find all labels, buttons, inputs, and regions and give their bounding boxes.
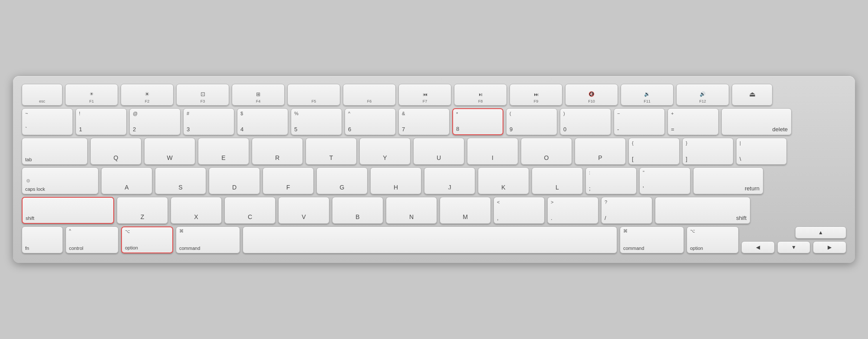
key-tab[interactable]: tab bbox=[22, 138, 88, 165]
bottom-row: fn ^ control ⌥ option ⌘ command ⌘ comman… bbox=[22, 226, 846, 253]
key-y[interactable]: Y bbox=[359, 138, 411, 165]
key-s[interactable]: S bbox=[155, 167, 206, 194]
key-backslash[interactable]: | \ bbox=[736, 138, 787, 165]
key-shift-right[interactable]: shift bbox=[655, 197, 750, 224]
key-equals[interactable]: + = bbox=[667, 108, 719, 135]
key-m[interactable]: M bbox=[440, 197, 491, 224]
zxcv-row: shift Z X C V B N M < , > . bbox=[22, 197, 846, 224]
key-u[interactable]: U bbox=[413, 138, 464, 165]
asdf-row: caps lock A S D F G H J K L : bbox=[22, 167, 846, 194]
key-comma[interactable]: < , bbox=[493, 197, 545, 224]
key-x[interactable]: X bbox=[171, 197, 222, 224]
key-f7[interactable]: ⏮ F7 bbox=[398, 84, 451, 106]
key-control-left[interactable]: ^ control bbox=[66, 226, 118, 253]
key-n[interactable]: N bbox=[386, 197, 437, 224]
key-f6[interactable]: F6 bbox=[343, 84, 396, 106]
key-f1[interactable]: ☀ F1 bbox=[65, 84, 118, 106]
qwerty-row: tab Q W E R T Y U I O P bbox=[22, 138, 846, 165]
key-q[interactable]: Q bbox=[90, 138, 141, 165]
key-z[interactable]: Z bbox=[117, 197, 168, 224]
key-esc[interactable]: esc bbox=[22, 84, 62, 106]
key-f5[interactable]: F5 bbox=[287, 84, 340, 106]
key-fn[interactable]: fn bbox=[22, 226, 63, 253]
key-f8[interactable]: ⏯ F8 bbox=[454, 84, 507, 106]
key-f11[interactable]: 🔉 F11 bbox=[621, 84, 674, 106]
key-b[interactable]: B bbox=[332, 197, 383, 224]
key-period[interactable]: > . bbox=[547, 197, 598, 224]
key-v[interactable]: V bbox=[278, 197, 329, 224]
key-0[interactable]: ) 0 bbox=[560, 108, 611, 135]
key-9[interactable]: ( 9 bbox=[506, 108, 557, 135]
key-f2[interactable]: ☀ F2 bbox=[121, 84, 174, 106]
key-i[interactable]: I bbox=[467, 138, 518, 165]
key-slash[interactable]: ? / bbox=[601, 197, 652, 224]
key-2[interactable]: @ 2 bbox=[129, 108, 181, 135]
key-c[interactable]: C bbox=[224, 197, 276, 224]
key-caps-lock[interactable]: caps lock bbox=[22, 167, 99, 194]
key-delete[interactable]: delete bbox=[721, 108, 792, 135]
key-6[interactable]: ^ 6 bbox=[345, 108, 396, 135]
key-f10[interactable]: 🔇 F10 bbox=[565, 84, 618, 106]
key-f3[interactable]: ⊡ F3 bbox=[176, 84, 229, 106]
key-option-left[interactable]: ⌥ option bbox=[121, 226, 173, 253]
keyboard: esc ☀ F1 ☀ F2 ⊡ F3 ⊞ F4 F5 F6 ⏮ F7 ⏯ bbox=[13, 76, 855, 263]
key-o[interactable]: O bbox=[521, 138, 572, 165]
key-h[interactable]: H bbox=[370, 167, 421, 194]
key-j[interactable]: J bbox=[424, 167, 475, 194]
key-r[interactable]: R bbox=[252, 138, 303, 165]
key-command-left[interactable]: ⌘ command bbox=[176, 226, 240, 253]
key-f[interactable]: F bbox=[263, 167, 314, 194]
key-arrow-left[interactable]: ◀ bbox=[741, 241, 775, 253]
key-p[interactable]: P bbox=[575, 138, 626, 165]
key-f9[interactable]: ⏭ F9 bbox=[510, 84, 562, 106]
key-l[interactable]: L bbox=[532, 167, 583, 194]
key-d[interactable]: D bbox=[209, 167, 260, 194]
key-k[interactable]: K bbox=[478, 167, 529, 194]
key-3[interactable]: # 3 bbox=[183, 108, 234, 135]
key-1[interactable]: ! 1 bbox=[76, 108, 127, 135]
key-4[interactable]: $ 4 bbox=[237, 108, 288, 135]
key-a[interactable]: A bbox=[101, 167, 152, 194]
key-7[interactable]: & 7 bbox=[398, 108, 450, 135]
key-shift-left[interactable]: shift bbox=[22, 197, 114, 224]
fn-row: esc ☀ F1 ☀ F2 ⊡ F3 ⊞ F4 F5 F6 ⏮ F7 ⏯ bbox=[22, 84, 846, 106]
key-minus[interactable]: − - bbox=[614, 108, 665, 135]
key-g[interactable]: G bbox=[316, 167, 368, 194]
key-tilde[interactable]: ~ ` bbox=[22, 108, 73, 135]
key-5[interactable]: % 5 bbox=[291, 108, 342, 135]
key-return[interactable]: return bbox=[693, 167, 763, 194]
key-8[interactable]: * 8 bbox=[452, 108, 503, 135]
key-arrow-down[interactable]: ▼ bbox=[777, 241, 811, 253]
key-option-right[interactable]: ⌥ option bbox=[687, 226, 739, 253]
key-f4[interactable]: ⊞ F4 bbox=[232, 84, 285, 106]
key-right-bracket[interactable]: } ] bbox=[682, 138, 733, 165]
key-arrow-up[interactable]: ▲ bbox=[795, 226, 846, 239]
key-semicolon[interactable]: : ; bbox=[585, 167, 637, 194]
key-quote[interactable]: " ' bbox=[639, 167, 690, 194]
key-left-bracket[interactable]: { [ bbox=[628, 138, 680, 165]
key-eject[interactable]: ⏏ bbox=[732, 84, 773, 106]
key-e[interactable]: E bbox=[198, 138, 249, 165]
key-arrow-right[interactable]: ▶ bbox=[813, 241, 846, 253]
key-w[interactable]: W bbox=[144, 138, 195, 165]
key-command-right[interactable]: ⌘ command bbox=[620, 226, 684, 253]
key-t[interactable]: T bbox=[306, 138, 357, 165]
key-f12[interactable]: 🔊 F12 bbox=[676, 84, 729, 106]
number-row: ~ ` ! 1 @ 2 # 3 $ 4 % 5 ^ 6 & 7 bbox=[22, 108, 846, 135]
arrow-key-cluster: ▲ ◀ ▼ ▶ bbox=[741, 226, 846, 253]
key-space[interactable] bbox=[243, 226, 617, 253]
